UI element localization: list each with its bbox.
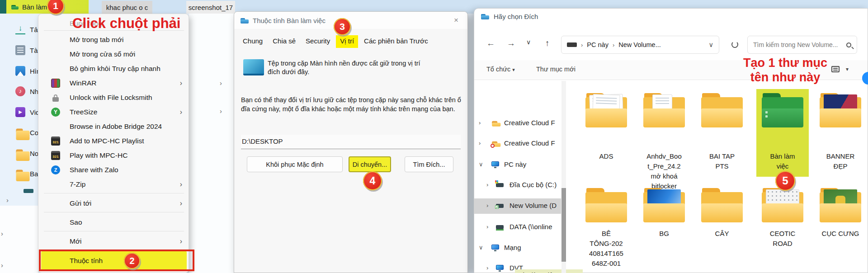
folder-icon-bàn-làm[interactable] (762, 93, 803, 127)
tree-item-creative-cloud-f[interactable]: ›Creative Cloud F (474, 136, 561, 151)
dialog-tab-chung[interactable]: Chung (239, 35, 267, 48)
step-badge-2: 2 (124, 253, 140, 269)
menu-item-browse-in-adobe-bridge-2024[interactable]: Browse in Adobe Bridge 2024 (41, 120, 187, 133)
chevron-right-icon[interactable]: › (220, 79, 222, 87)
breadcrumb-volume[interactable]: New Volume... (618, 41, 661, 48)
folder-label: Anhdv_Boo t_Pre_24.2 mở khoá bitlocker (636, 151, 692, 191)
tree-item--a-c-c-b-c-[interactable]: ›Đĩa Cục bộ (C:) (474, 178, 561, 193)
tree-item-m-ng[interactable]: ∨Mạng (474, 240, 561, 256)
folder-icon-bê[interactable] (585, 188, 627, 222)
menu-item-add-to-mpc-hc-playlist[interactable]: 321Add to MPC-HC Playlist (41, 134, 187, 148)
new-folder-button[interactable]: Thư mục mới (536, 66, 576, 73)
forward-icon[interactable]: → (507, 38, 515, 48)
folder-icon-cục-cưng[interactable] (820, 188, 861, 222)
folder-icon-ads[interactable] (585, 93, 627, 127)
menu-separator (44, 193, 184, 193)
button-t-m-ch-[interactable]: Tìm Đích... (405, 156, 453, 172)
chevron-down-icon[interactable]: ∨ (526, 38, 531, 46)
folder-label: CỤC CƯNG (812, 229, 868, 239)
menu-item-7-zip[interactable]: 7-Zip› (41, 178, 187, 191)
tree-scrollbar[interactable] (561, 81, 566, 273)
tree-item-label: New Volume (D (509, 202, 557, 209)
submenu-arrow-icon: › (180, 199, 182, 207)
close-icon[interactable]: × (450, 14, 462, 26)
breadcrumb-separator: › (581, 42, 583, 48)
zalo-icon: Z (51, 165, 60, 174)
folder-label: BAI TAP PTS (694, 151, 750, 171)
tree-item-creative-cloud-f[interactable]: ›Creative Cloud F (474, 116, 561, 131)
menu-item-m-trong-c-a-s-m-i[interactable]: Mở trong cửa sổ mới (41, 47, 187, 61)
chevron-right-icon[interactable]: › (479, 119, 481, 126)
chevron-right-icon[interactable]: › (486, 264, 488, 271)
folder-icon-anhdv-boo[interactable] (643, 93, 685, 127)
button-di-chuy-n-[interactable]: Di chuyển... (349, 156, 391, 172)
menu-item-m-i[interactable]: Mới› (41, 235, 187, 248)
view-dropdown-icon[interactable]: ▾ (846, 66, 849, 72)
chevron-right-icon[interactable]: › (486, 181, 488, 188)
menu-item-sao[interactable]: Sao (41, 216, 187, 229)
backdrop-content-strip (189, 14, 234, 273)
menu-item-share-with-zalo[interactable]: ZShare with Zalo (41, 163, 187, 177)
address-dropdown-icon[interactable]: ∨ (708, 41, 713, 48)
dialog-tab-security[interactable]: Security (302, 35, 334, 48)
button-kh-i-ph-c-m-c-nh[interactable]: Khôi phục Mặc định (247, 156, 343, 172)
chevron-right-icon[interactable]: › (220, 107, 222, 115)
menu-item-play-with-mpc-hc[interactable]: 321Play with MPC-HC (41, 149, 187, 162)
menu-item-m-trong-tab-m-i[interactable]: Mở trong tab mới (41, 33, 187, 47)
location-body-text: Bạn có thể thay đổi vị trí lưu giữ các t… (241, 95, 462, 113)
chevron-right-icon[interactable]: › (486, 202, 488, 209)
dialog-tab-v-tr-[interactable]: Vị trí (336, 35, 358, 48)
picker-title: Hãy chọn Đích (494, 13, 538, 20)
submenu-arrow-icon: › (180, 79, 182, 87)
folder-icon (15, 148, 25, 158)
menu-item-b-ghim-kh-i-truy-c-p-nhanh[interactable]: Bỏ ghim khỏi Truy cập nhanh (41, 62, 187, 75)
folder-label: CÂY (694, 229, 750, 239)
menu-item-label: Unlock with File Locksmith (70, 94, 152, 102)
location-path-input[interactable]: D:\DESKTOP (241, 135, 461, 149)
menu-item-treesize[interactable]: YTreeSize› (41, 105, 187, 119)
folder-icon-ceotic[interactable] (762, 188, 803, 222)
breadcrumb-pc[interactable]: PC này (587, 41, 609, 48)
menu-item-label: WinRAR (70, 79, 96, 87)
chevron-right-icon[interactable]: › (6, 196, 9, 204)
folder-icon-cây[interactable] (701, 188, 743, 222)
chevron-right-icon[interactable]: › (479, 140, 481, 146)
up-icon[interactable]: ↑ (545, 38, 550, 48)
submenu-arrow-icon: › (180, 237, 182, 245)
tab-label: khac phuc o c (106, 4, 148, 11)
chevron-down-icon[interactable]: ∨ (479, 161, 483, 168)
tree-item-new-volume-d[interactable]: ›↗New Volume (D (474, 198, 561, 214)
menu-item-g-i-t-i[interactable]: Gửi tới› (41, 197, 187, 210)
menu-item-winrar[interactable]: WinRAR› (41, 76, 187, 90)
address-bar[interactable]: › PC này › New Volume... ∨ (561, 36, 719, 54)
folder-icon-banner[interactable] (820, 93, 861, 127)
folder-icon-bg[interactable] (643, 188, 685, 222)
organize-button[interactable]: Tổ chức ▾ (486, 66, 515, 73)
tab-screenshot[interactable]: screenshot_17 (186, 1, 235, 14)
tree-item-data-online[interactable]: ›DATA (\\online (474, 220, 561, 235)
chevron-right-icon[interactable]: › (486, 223, 488, 230)
cc-folder-icon (491, 140, 500, 147)
menu-item-label: Play with MPC-HC (70, 151, 127, 160)
back-icon[interactable]: ← (486, 38, 495, 48)
treesize-icon: Y (51, 108, 60, 117)
dialog-tab-c-c-phi-n-b-n-tr-c[interactable]: Các phiên bản Trước (360, 35, 432, 48)
scrollbar-thumb[interactable] (561, 188, 566, 262)
menu-item-unlock-with-file-locksmith[interactable]: Unlock with File Locksmith (41, 91, 187, 104)
search-input[interactable]: Tìm kiếm trong New Volume... (747, 36, 857, 54)
tab-khac-phuc[interactable]: khac phuc o c (102, 1, 152, 14)
folder-icon-bai-tap[interactable] (701, 93, 743, 127)
folder-label: Bàn làm việc (755, 151, 811, 171)
blue-folder-icon (240, 17, 249, 24)
refresh-icon[interactable] (731, 41, 738, 48)
chevron-down-icon[interactable]: ∨ (479, 244, 483, 251)
tree-item-partial[interactable]: Bàn làm việc (515, 269, 583, 273)
annotation-click-right: Click chuột phải (72, 15, 180, 32)
tree-item-label: Creative Cloud F (504, 139, 555, 147)
dialog-tab-chia-s-[interactable]: Chia sẻ (269, 35, 300, 48)
chevron-right-icon[interactable]: › (1, 230, 3, 237)
chevron-right-icon[interactable]: › (1, 261, 3, 269)
tree-item-pc-n-y[interactable]: ∨PC này (474, 157, 561, 173)
desktop-folder-icon (243, 59, 264, 75)
breadcrumb-separator: › (613, 42, 614, 48)
